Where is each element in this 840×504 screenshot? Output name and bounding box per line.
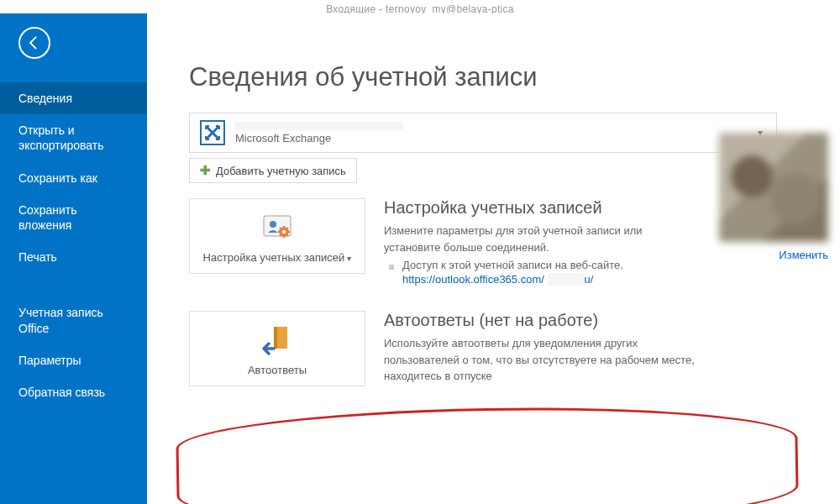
profile-photo xyxy=(719,133,828,242)
add-account-button[interactable]: ✚ Добавить учетную запись xyxy=(189,158,357,183)
owa-link[interactable]: https://outlook.office365.com/ xyxy=(402,273,544,286)
tile-label: Настройка учетных записей▾ xyxy=(198,251,356,265)
nav-feedback[interactable]: Обратная связь xyxy=(0,376,147,408)
add-account-label: Добавить учетную запись xyxy=(216,165,346,177)
nav-open-export[interactable]: Открыть и экспортировать xyxy=(0,114,147,161)
content-area: Сведения об учетной записи Microsoft Exc… xyxy=(147,13,840,504)
account-settings-heading: Настройка учетных записей xyxy=(384,198,697,218)
autoreplies-desc: Используйте автоответы для уведомления д… xyxy=(384,335,697,385)
svg-point-2 xyxy=(270,221,276,228)
back-button[interactable] xyxy=(18,27,50,59)
nav-print[interactable]: Печать xyxy=(0,241,147,273)
page-title: Сведения об учетной записи xyxy=(189,62,823,92)
nav-options[interactable]: Параметры xyxy=(0,344,147,376)
svg-rect-6 xyxy=(274,327,277,349)
tile-label: Автоответы xyxy=(198,364,356,377)
web-access-bullet: Доступ к этой учетной записи на веб-сайт… xyxy=(384,259,697,271)
account-label: Microsoft Exchange xyxy=(235,122,753,144)
account-settings-icon xyxy=(260,211,294,244)
autoreplies-heading: Автоответы (нет на работе) xyxy=(384,311,697,330)
owa-link-tail: u/ xyxy=(585,273,594,286)
bullet-icon xyxy=(389,265,394,270)
arrow-left-icon xyxy=(26,34,43,51)
account-dropdown[interactable]: Microsoft Exchange ▾ xyxy=(189,113,777,153)
nav-info[interactable]: Сведения xyxy=(0,82,147,114)
autoreplies-tile[interactable]: Автоответы xyxy=(189,311,365,386)
chevron-down-icon: ▾ xyxy=(347,254,351,263)
exchange-icon xyxy=(198,118,227,147)
account-settings-tile[interactable]: Настройка учетных записей▾ xyxy=(189,198,365,274)
svg-point-4 xyxy=(282,230,286,234)
nav-office-account[interactable]: Учетная запись Office xyxy=(0,297,147,344)
backstage-sidebar: Сведения Открыть и экспортировать Сохран… xyxy=(0,13,147,504)
autoreplies-icon xyxy=(260,323,294,357)
plus-icon: ✚ xyxy=(200,163,211,178)
nav-save-as[interactable]: Сохранить как xyxy=(0,162,147,194)
account-settings-desc: Измените параметры для этой учетной запи… xyxy=(384,223,697,255)
change-photo-link[interactable]: Изменить xyxy=(779,249,828,261)
nav-save-attachments[interactable]: Сохранить вложения xyxy=(0,194,147,241)
